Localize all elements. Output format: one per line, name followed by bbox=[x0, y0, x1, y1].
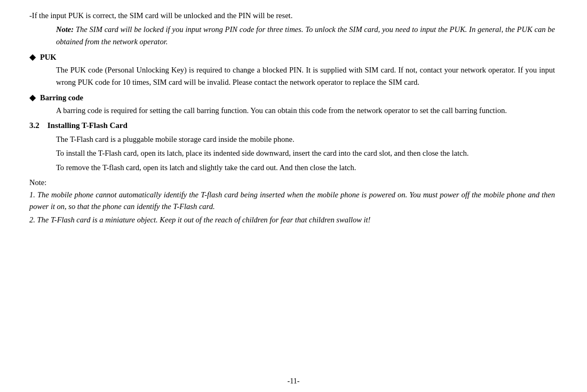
intro-line: -If the input PUK is correct, the SIM ca… bbox=[29, 10, 555, 21]
section-32-para2-text: To install the T-Flash card, open its la… bbox=[56, 149, 469, 157]
intro-text: -If the input PUK is correct, the SIM ca… bbox=[29, 11, 292, 20]
section-32-para1: The T-Flash card is a pluggable mobile s… bbox=[29, 133, 555, 145]
page-number-text: -11- bbox=[288, 377, 300, 385]
note-plain-text: Note: bbox=[29, 178, 46, 187]
section-32-para3: To remove the T-flash card, open its lat… bbox=[29, 162, 555, 173]
puk-section: ◆ PUK The PUK code (Personal Unlocking K… bbox=[29, 52, 555, 88]
barring-body: A barring code is required for setting t… bbox=[29, 105, 555, 116]
page-number: -11- bbox=[288, 377, 300, 386]
section-32-para1-text: The T-Flash card is a pluggable mobile s… bbox=[56, 135, 295, 143]
barring-section: ◆ Barring code A barring code is require… bbox=[29, 92, 555, 116]
note-text: The SIM card will be locked if you input… bbox=[56, 25, 555, 45]
puk-body: The PUK code (Personal Unlocking Key) is… bbox=[29, 64, 555, 88]
barring-body-text: A barring code is required for setting t… bbox=[56, 106, 507, 115]
note-label: Note: bbox=[56, 25, 74, 34]
section-32-number: 3.2 bbox=[29, 121, 39, 130]
barring-title: Barring code bbox=[40, 93, 83, 102]
note-plain-label: Note: bbox=[29, 177, 555, 188]
italic-note-1-text: 1. The mobile phone cannot automatically… bbox=[29, 190, 555, 211]
puk-diamond-icon: ◆ bbox=[29, 52, 36, 62]
puk-body-text: The PUK code (Personal Unlocking Key) is… bbox=[56, 66, 555, 86]
section-32-title: Installing T-Flash Card bbox=[47, 121, 128, 130]
italic-note-2: 2. The T-Flash card is a miniature objec… bbox=[29, 214, 555, 226]
section-32-para2: To install the T-Flash card, open its la… bbox=[29, 147, 555, 159]
note-block: Note: The SIM card will be locked if you… bbox=[29, 23, 555, 47]
puk-title: PUK bbox=[40, 53, 57, 62]
barring-heading: ◆ Barring code bbox=[29, 92, 555, 102]
barring-diamond-icon: ◆ bbox=[29, 92, 36, 102]
italic-note-1: 1. The mobile phone cannot automatically… bbox=[29, 189, 555, 213]
italic-note-2-text: 2. The T-Flash card is a miniature objec… bbox=[29, 215, 370, 224]
section-32-heading: 3.2 Installing T-Flash Card bbox=[29, 121, 555, 130]
section-32-para3-text: To remove the T-flash card, open its lat… bbox=[56, 163, 356, 172]
puk-heading: ◆ PUK bbox=[29, 52, 555, 62]
page-container: -If the input PUK is correct, the SIM ca… bbox=[0, 0, 587, 392]
